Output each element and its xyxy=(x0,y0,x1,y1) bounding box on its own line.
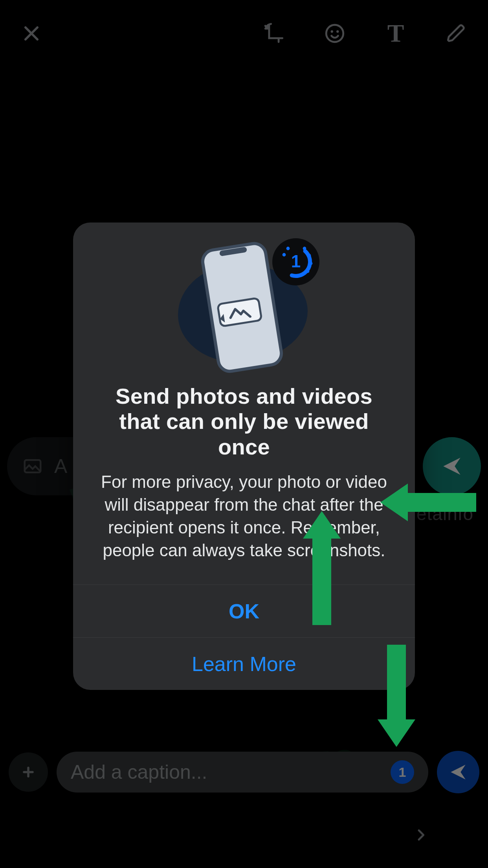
view-once-dialog: 1 Send photos and videos that can only b… xyxy=(73,223,415,690)
dialog-learn-more-button[interactable]: Learn More xyxy=(73,637,415,690)
svg-point-7 xyxy=(286,247,290,250)
dialog-title: Send photos and videos that can only be … xyxy=(73,384,415,471)
svg-point-10 xyxy=(309,262,313,265)
dialog-body: For more privacy, your photo or video wi… xyxy=(73,471,415,585)
view-once-badge-icon: 1 xyxy=(272,238,319,285)
svg-point-9 xyxy=(308,254,311,257)
dialog-hero: 1 xyxy=(73,223,415,384)
svg-point-8 xyxy=(303,247,306,250)
svg-point-11 xyxy=(306,270,310,273)
dialog-ok-button[interactable]: OK xyxy=(73,585,415,637)
dialog-illustration: 1 xyxy=(173,246,315,372)
svg-text:1: 1 xyxy=(291,252,301,271)
svg-point-6 xyxy=(283,253,286,257)
